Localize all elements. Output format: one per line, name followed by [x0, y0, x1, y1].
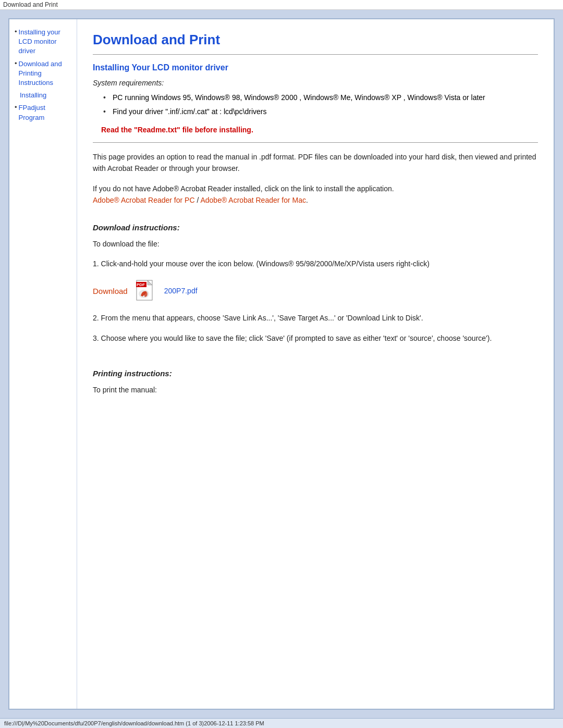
sidebar-link-installing2[interactable]: Installing [15, 91, 46, 100]
system-requirements-label: System requirements: [93, 79, 538, 87]
sidebar-link-fpadjust[interactable]: FPadjust Program [19, 103, 71, 122]
step-1: 1. Click-and-hold your mouse over the ic… [93, 258, 538, 269]
to-print-label: To print the manual: [93, 384, 538, 396]
sidebar-link-installing[interactable]: Installing your LCD monitor driver [19, 28, 71, 56]
main-content: Download and Print Installing Your LCD m… [77, 19, 554, 709]
acrobat-separator: / [195, 196, 201, 204]
acrobat-pc-link[interactable]: Adobe® Acrobat Reader for PC [93, 196, 195, 204]
main-wrapper: • Installing your LCD monitor driver • D… [0, 10, 563, 718]
status-bar: file:///D|/My%20Documents/dfu/200P7/engl… [0, 718, 563, 728]
download-row: Download PDF [93, 280, 538, 302]
status-bar-text: file:///D|/My%20Documents/dfu/200P7/engl… [4, 720, 264, 726]
pdf-icon: PDF [136, 280, 156, 302]
paragraph-2-prefix: If you do not have Adobe® Acrobat Reader… [93, 184, 394, 193]
requirement-2: Find your driver ".inf/.icm/.cat" at : l… [103, 106, 538, 117]
pdf-file-link[interactable]: 200P7.pdf [164, 287, 198, 295]
sidebar-item-fpadjust: • FPadjust Program [15, 103, 71, 122]
section-heading: Installing Your LCD monitor driver [93, 63, 538, 72]
acrobat-mac-link[interactable]: Adobe® Acrobat Reader for Mac [200, 196, 306, 204]
sidebar-link-download-print[interactable]: Download and Printing Instructions [19, 59, 71, 88]
acrobat-period: . [306, 196, 308, 204]
page-title: Download and Print [93, 32, 538, 48]
printing-instructions-heading: Printing instructions: [93, 369, 538, 378]
divider-2 [93, 142, 538, 143]
requirements-list: PC running Windows 95, Windows® 98, Wind… [93, 92, 538, 117]
paragraph-1: This page provides an option to read the… [93, 151, 538, 175]
pdf-icon-svg: PDF [136, 280, 156, 302]
sidebar: • Installing your LCD monitor driver • D… [9, 19, 77, 709]
title-bar: Download and Print [0, 0, 563, 10]
bullet-1: • [15, 28, 17, 35]
sidebar-item-installing2: Installing [15, 91, 71, 100]
svg-text:PDF: PDF [137, 282, 145, 287]
readme-notice: Read the "Readme.txt" file before instal… [101, 126, 538, 134]
requirement-1: PC running Windows 95, Windows® 98, Wind… [103, 92, 538, 103]
sidebar-item-installing: • Installing your LCD monitor driver [15, 28, 71, 56]
paragraph-2: If you do not have Adobe® Acrobat Reader… [93, 183, 538, 206]
divider-1 [93, 54, 538, 55]
step-2: 2. From the menu that appears, choose 'S… [93, 312, 538, 324]
bullet-3: • [15, 103, 17, 111]
sidebar-item-download-print: • Download and Printing Instructions [15, 59, 71, 88]
download-instructions-heading: Download instructions: [93, 223, 538, 232]
title-bar-text: Download and Print [3, 1, 58, 8]
step-3: 3. Choose where you would like to save t… [93, 332, 538, 344]
content-box: • Installing your LCD monitor driver • D… [8, 18, 555, 710]
to-download-label: To download the file: [93, 238, 538, 250]
sidebar-nav: • Installing your LCD monitor driver • D… [15, 28, 71, 122]
download-link[interactable]: Download [93, 287, 128, 295]
bullet-2: • [15, 59, 17, 67]
